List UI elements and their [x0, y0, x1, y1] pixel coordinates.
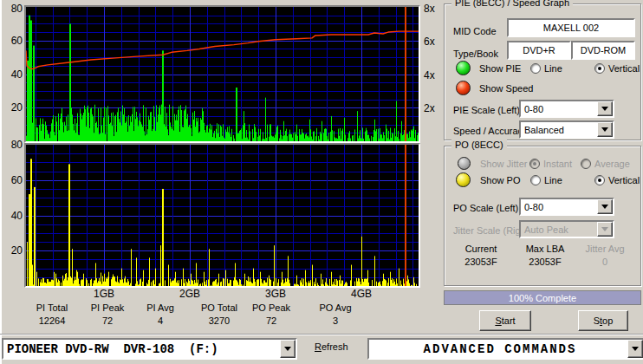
- show-pie-label: Show PIE: [479, 63, 521, 75]
- pie-scale-label: PIE Scale (Left): [453, 105, 520, 116]
- stat-value: 3: [308, 315, 363, 326]
- pie-vertical-radio-label[interactable]: Vertical: [608, 63, 640, 75]
- show-po-led-icon[interactable]: [456, 172, 471, 187]
- disc-type-field: DVD+R: [507, 41, 571, 60]
- pie-scale-select[interactable]: 0-80: [519, 100, 614, 118]
- pie-line-radio-label[interactable]: Line: [544, 63, 562, 75]
- po-scale-select[interactable]: 0-80: [519, 198, 614, 216]
- max-lba: Max LBA 23053F: [516, 244, 575, 267]
- book-type-field: DVD-ROM: [571, 41, 635, 60]
- stat-value: 72: [80, 315, 135, 326]
- stat-label: PO Total: [192, 302, 247, 313]
- stat-value: 12264: [24, 315, 80, 326]
- stat-label: PI Avg: [133, 302, 188, 313]
- stop-button[interactable]: Stop: [578, 310, 628, 331]
- stat-pi-total: PI Total 12264: [24, 302, 80, 326]
- stat-value: 4: [133, 315, 188, 326]
- start-button[interactable]: Start: [479, 310, 531, 331]
- po-y-tick-40: 40: [3, 210, 23, 222]
- pie-y-tick-60: 60: [3, 35, 23, 47]
- chevron-down-icon: [601, 227, 608, 231]
- jitter-instant-radio: [529, 159, 540, 169]
- po-y-tick-80: 80: [3, 139, 23, 151]
- show-speed-led-icon[interactable]: [456, 81, 471, 95]
- po-scale-value: 0-80: [521, 202, 597, 212]
- speed-accuracy-dropdown-button[interactable]: [597, 122, 613, 137]
- x-tick-4gb: 4GB: [347, 288, 376, 300]
- po-graph: [24, 143, 420, 288]
- mid-code-field: MAXELL 002: [507, 18, 635, 37]
- po-line-radio-label[interactable]: Line: [544, 175, 562, 186]
- po-vertical-radio[interactable]: [594, 175, 605, 185]
- speed-accuracy-select[interactable]: Balanced: [519, 120, 614, 139]
- stat-po-peak: PO Peak 72: [244, 302, 299, 326]
- current-lba: Current 23053F: [451, 244, 510, 267]
- advanced-commands-select[interactable]: ADVANCED COMMANDS: [367, 338, 643, 360]
- x-tick-2gb: 2GB: [175, 288, 205, 300]
- stat-value: 3270: [192, 315, 247, 326]
- stat-label: PI Peak: [80, 302, 135, 313]
- pie-line-radio[interactable]: [530, 63, 541, 74]
- pie-y-tick-80: 80: [3, 3, 23, 15]
- x-tick-3gb: 3GB: [261, 288, 290, 300]
- drive-select[interactable]: PIONEER DVD-RW DVR-108 (F:): [2, 338, 297, 360]
- refresh-button[interactable]: Refresh: [315, 341, 348, 353]
- stat-label: PI Total: [24, 302, 80, 313]
- drive-select-dropdown-button[interactable]: [280, 340, 296, 358]
- jitter-avg: Jitter Avg 0: [576, 244, 633, 267]
- advanced-commands-dropdown-button[interactable]: [627, 340, 643, 358]
- jitter-instant-radio-label: Instant: [543, 159, 572, 170]
- stat-pi-peak: PI Peak 72: [80, 302, 135, 326]
- jitter-average-radio-label: Average: [594, 159, 630, 170]
- stat-po-avg: PO Avg 3: [308, 302, 363, 326]
- pie-scale-dropdown-button[interactable]: [597, 101, 613, 116]
- stat-label: PO Peak: [244, 302, 299, 313]
- speed-y-tick-8x: 8x: [424, 3, 443, 15]
- pie-settings-group: PIE (8ECC) / Speed Graph MID Code MAXELL…: [444, 3, 641, 140]
- jitter-scale-dropdown-button: [597, 222, 613, 237]
- speed-y-tick-6x: 6x: [424, 36, 443, 48]
- scan-progress-bar: 100% Complete: [444, 290, 641, 305]
- pie-speed-graph-canvas: [26, 7, 419, 141]
- current-value: 23053F: [451, 257, 510, 267]
- mid-code-label: MID Code: [453, 26, 497, 37]
- jitter-scale-select: Auto Peak: [519, 220, 614, 238]
- current-label: Current: [451, 244, 510, 254]
- po-vertical-radio-label[interactable]: Vertical: [608, 175, 640, 186]
- app-window: 80 60 40 20 8x 6x 4x 2x 80 60 40 20 1GB …: [0, 0, 643, 364]
- stat-pi-avg: PI Avg 4: [133, 302, 188, 326]
- advanced-commands-value: ADVANCED COMMANDS: [369, 342, 627, 356]
- pie-vertical-radio[interactable]: [594, 63, 605, 74]
- max-lba-value: 23053F: [516, 257, 575, 267]
- chevron-down-icon: [632, 347, 639, 351]
- scan-progress-fill: 100% Complete: [445, 291, 640, 304]
- show-jitter-label: Show Jitter: [480, 159, 527, 170]
- window-left-edge: [0, 0, 2, 364]
- jitter-avg-label: Jitter Avg: [576, 244, 633, 254]
- po-graph-canvas: [26, 145, 419, 286]
- speed-y-tick-4x: 4x: [424, 69, 443, 81]
- po-y-tick-20: 20: [3, 244, 23, 257]
- speed-accuracy-label: Speed / Accuracy: [453, 126, 528, 137]
- speed-accuracy-value: Balanced: [521, 125, 597, 135]
- pie-speed-graph: [24, 5, 420, 143]
- bottom-separator-highlight: [0, 335, 643, 335]
- chevron-down-icon: [601, 127, 608, 132]
- scan-progress-text: 100% Complete: [509, 293, 576, 303]
- x-tick-1gb: 1GB: [89, 288, 119, 300]
- show-speed-label: Show Speed: [479, 83, 533, 94]
- po-line-radio[interactable]: [530, 175, 541, 185]
- stat-value: 72: [244, 315, 299, 326]
- po-scale-dropdown-button[interactable]: [597, 199, 613, 214]
- po-settings-group: PO (8ECC) Show Jitter Instant Average Sh…: [444, 146, 641, 286]
- pie-y-tick-20: 20: [3, 101, 23, 114]
- drive-select-value: PIONEER DVD-RW DVR-108 (F:): [3, 342, 280, 356]
- pie-group-title: PIE (8ECC) / Speed Graph: [451, 0, 573, 8]
- chevron-down-icon: [601, 107, 608, 111]
- po-group-title: PO (8ECC): [451, 140, 507, 150]
- disc-type-value: DVD+R: [523, 45, 555, 55]
- stat-label: PO Avg: [308, 302, 363, 313]
- pie-y-tick-40: 40: [3, 68, 23, 81]
- show-pie-led-icon[interactable]: [456, 61, 471, 75]
- jitter-average-radio: [581, 159, 591, 169]
